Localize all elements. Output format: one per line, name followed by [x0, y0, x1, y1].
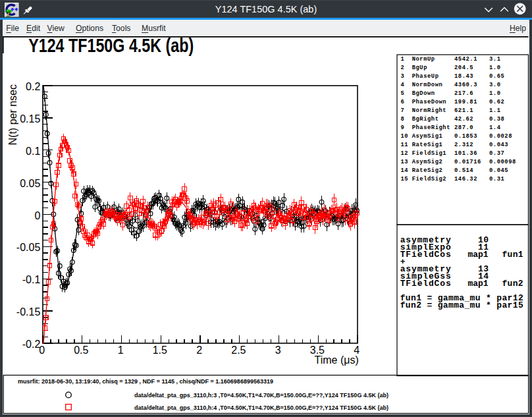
svg-text:BgDown: BgDown [412, 90, 435, 97]
svg-text:map1: map1 [468, 250, 489, 260]
svg-text:0.5: 0.5 [74, 345, 88, 356]
svg-text:0.00098: 0.00098 [489, 159, 516, 165]
svg-text:0.05: 0.05 [20, 178, 40, 189]
svg-text:9: 9 [401, 125, 405, 131]
svg-text:1: 1 [401, 56, 405, 63]
svg-text:AsymSig1: AsymSig1 [412, 133, 443, 140]
svg-text:fun2: fun2 [502, 279, 523, 289]
svg-text:1.0: 1.0 [489, 90, 501, 97]
svg-text:4542.1: 4542.1 [454, 56, 477, 63]
svg-text:N(t) per nsec: N(t) per nsec [7, 84, 18, 145]
svg-text:2: 2 [196, 345, 202, 356]
svg-text:Time (μs): Time (μs) [315, 354, 359, 366]
svg-text:101.36: 101.36 [454, 150, 477, 157]
svg-text:data/deltat_pta_gps_3110,h:4 ,: data/deltat_pta_gps_3110,h:4 ,T0=4.50K,T… [134, 404, 388, 411]
svg-text:FieldSig1: FieldSig1 [412, 150, 446, 157]
svg-text:10: 10 [401, 133, 409, 140]
svg-text:0.01716: 0.01716 [454, 159, 481, 165]
svg-text:-0.05: -0.05 [16, 242, 41, 253]
svg-text:map1: map1 [468, 279, 489, 289]
svg-text:12: 12 [401, 150, 409, 157]
svg-text:TFieldCos: TFieldCos [400, 279, 451, 289]
svg-text:NormDown: NormDown [412, 82, 443, 88]
svg-text:621.1: 621.1 [454, 107, 473, 114]
svg-text:3.1: 3.1 [489, 56, 501, 63]
svg-text:199.81: 199.81 [454, 99, 477, 105]
svg-text:217.6: 217.6 [454, 90, 473, 97]
svg-text:2.5: 2.5 [231, 345, 246, 356]
svg-text:0.1: 0.1 [26, 146, 40, 157]
svg-text:1: 1 [118, 345, 124, 356]
svg-text:11: 11 [401, 142, 409, 148]
svg-text:0.38: 0.38 [489, 116, 504, 123]
svg-text:BgUp: BgUp [412, 65, 427, 71]
svg-text:8: 8 [401, 116, 405, 123]
svg-text:0.514: 0.514 [454, 167, 473, 174]
svg-text:5: 5 [401, 90, 405, 97]
svg-text:18.43: 18.43 [454, 73, 473, 80]
svg-text:3: 3 [401, 73, 405, 80]
svg-text:42.62: 42.62 [454, 116, 473, 123]
svg-text:1.0: 1.0 [489, 65, 501, 71]
svg-text:BgRight: BgRight [412, 116, 439, 123]
svg-text:15: 15 [401, 176, 409, 182]
svg-text:287.0: 287.0 [454, 125, 473, 131]
svg-text:0.043: 0.043 [489, 142, 508, 148]
svg-text:NormRight: NormRight [412, 107, 446, 114]
svg-text:0.1853: 0.1853 [454, 133, 477, 140]
svg-text:RateSig2: RateSig2 [412, 167, 443, 174]
svg-text:fun1: fun1 [502, 250, 523, 260]
svg-text:4360.3: 4360.3 [454, 82, 477, 88]
svg-text:0.0028: 0.0028 [489, 133, 512, 140]
svg-text:PhaseUp: PhaseUp [412, 73, 439, 80]
svg-text:13: 13 [401, 159, 409, 165]
svg-text:0.62: 0.62 [489, 99, 504, 105]
svg-text:3.0: 3.0 [489, 82, 501, 88]
svg-text:data/deltat_pta_gps_3110,h:3 ,: data/deltat_pta_gps_3110,h:3 ,T0=4.50K,T… [134, 392, 388, 399]
svg-text:4: 4 [401, 82, 405, 88]
svg-text:-0.2: -0.2 [22, 339, 41, 350]
svg-text:1.4: 1.4 [489, 125, 501, 131]
svg-text:204.5: 204.5 [454, 65, 473, 71]
svg-text:FieldSig2: FieldSig2 [412, 176, 446, 182]
svg-text:AsymSig2: AsymSig2 [412, 159, 443, 165]
svg-text:14: 14 [401, 167, 409, 174]
svg-text:0.15: 0.15 [20, 113, 40, 125]
svg-text:0: 0 [34, 210, 40, 221]
svg-text:0.2: 0.2 [26, 81, 40, 92]
svg-text:0.65: 0.65 [489, 73, 504, 80]
svg-text:2.312: 2.312 [454, 142, 473, 148]
svg-text:PhaseDown: PhaseDown [412, 99, 446, 105]
svg-text:0.37: 0.37 [489, 150, 504, 157]
svg-text:PhaseRight: PhaseRight [412, 125, 450, 131]
svg-text:NormUp: NormUp [412, 56, 435, 63]
svg-text:0.31: 0.31 [489, 176, 504, 182]
svg-text:1.5: 1.5 [153, 345, 167, 356]
svg-text:-0.15: -0.15 [16, 306, 41, 318]
svg-text:6: 6 [401, 99, 405, 105]
svg-text:1.1: 1.1 [489, 107, 501, 114]
svg-text:RateSig1: RateSig1 [412, 142, 443, 148]
svg-text:musrfit: 2018-06-30, 13:19:40,: musrfit: 2018-06-30, 13:19:40, chisq = 1… [18, 378, 273, 385]
svg-text:2: 2 [401, 65, 405, 71]
svg-text:3: 3 [275, 345, 281, 356]
svg-text:TFieldCos: TFieldCos [400, 250, 451, 260]
svg-text:-0.1: -0.1 [22, 274, 41, 285]
svg-text:fun2 = gamma_mu * par15: fun2 = gamma_mu * par15 [400, 300, 523, 310]
svg-text:0.045: 0.045 [489, 167, 508, 174]
svg-text:Y124 TF150G 4.5K (ab): Y124 TF150G 4.5K (ab) [28, 36, 194, 56]
svg-text:146.32: 146.32 [454, 176, 477, 182]
svg-text:7: 7 [401, 107, 405, 114]
